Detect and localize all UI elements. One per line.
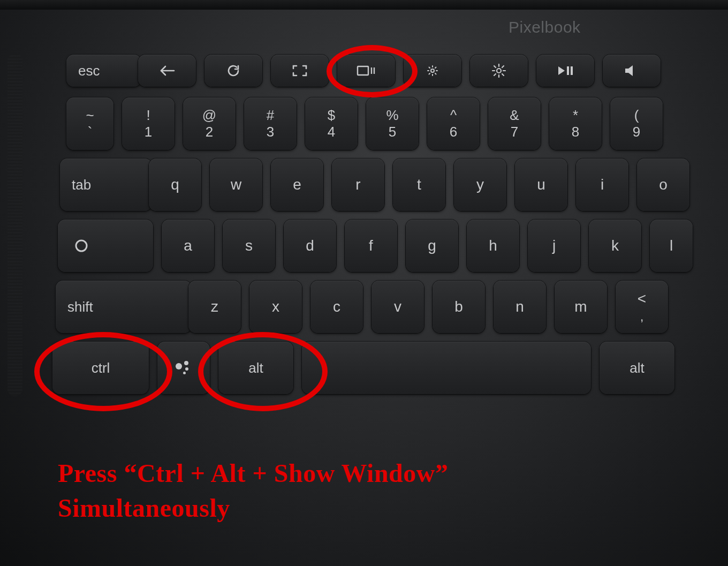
key-k[interactable]: k [589,220,641,272]
key-brightness-down[interactable] [404,55,461,87]
key-search[interactable] [58,220,153,272]
key-label: g [428,237,436,254]
key-label: a [184,237,192,254]
back-icon [159,64,175,77]
svg-rect-22 [567,66,569,75]
key-alt-right[interactable]: alt [600,342,674,394]
svg-line-18 [502,74,504,76]
key-assistant[interactable] [157,342,210,394]
key-label: f [369,237,373,254]
key-top: ! [146,108,150,123]
brightness-up-icon [492,64,506,78]
key-bot: 1 [145,125,152,139]
key-mute[interactable] [603,55,661,87]
play-pause-icon [557,65,573,76]
key-backtick[interactable]: ~ ` [66,97,113,150]
key-label: d [306,237,314,254]
svg-line-10 [435,67,436,69]
key-u[interactable]: u [515,159,567,211]
key-label: z [211,298,218,315]
key-1[interactable]: ! 1 [122,97,175,150]
key-2[interactable]: @ 2 [183,97,236,150]
mute-icon [624,64,639,77]
key-alt-left[interactable]: alt [218,342,293,394]
key-a[interactable]: a [162,220,214,272]
key-e[interactable]: e [271,159,323,211]
key-refresh[interactable] [204,55,262,87]
key-label: t [417,176,421,193]
key-label: j [552,237,556,254]
key-7[interactable]: & 7 [488,97,541,150]
key-label: n [515,298,524,315]
key-top: ^ [450,108,457,123]
key-fullscreen[interactable] [271,55,329,87]
key-w[interactable]: w [210,159,262,211]
key-c[interactable]: c [310,281,363,333]
key-label: h [489,237,497,254]
key-g[interactable]: g [406,220,458,272]
key-d[interactable]: d [284,220,336,272]
key-j[interactable]: j [528,220,580,272]
key-t[interactable]: t [393,159,445,211]
key-y[interactable]: y [454,159,506,211]
key-tab[interactable]: tab [60,159,152,211]
key-label: i [601,176,604,193]
key-show-windows[interactable] [337,55,395,87]
key-label: l [670,237,673,254]
fullscreen-icon [292,65,307,77]
key-9[interactable]: ( 9 [610,97,663,150]
key-h[interactable]: h [467,220,519,272]
brand-label: Pixelbook [509,18,581,36]
key-back[interactable] [138,55,196,87]
key-tab-label: tab [72,177,91,193]
key-x[interactable]: x [249,281,302,333]
key-s[interactable]: s [223,220,275,272]
key-ctrl[interactable]: ctrl [52,342,149,394]
key-ctrl-label: ctrl [92,360,110,376]
key-bot: ` [88,125,93,139]
key-b[interactable]: b [433,281,485,333]
key-5[interactable]: % 5 [366,97,419,150]
key-o[interactable]: o [637,159,689,211]
key-3[interactable]: # 3 [244,97,297,150]
annotation-line2: Simultaneously [58,491,448,526]
key-label: v [394,298,401,315]
key-l[interactable]: l [650,220,693,272]
key-6[interactable]: ^ 6 [427,97,480,150]
key-label: y [476,176,484,193]
key-label: u [537,176,545,193]
key-space[interactable] [302,342,591,394]
key-label: k [611,237,619,254]
key-label: b [454,298,463,315]
search-key-icon [74,239,88,253]
key-f[interactable]: f [345,220,397,272]
key-esc[interactable]: esc [66,55,141,87]
key-v[interactable]: v [371,281,424,333]
annotation-line1: Press “Ctrl + Alt + Show Window” [58,456,448,491]
key-label: e [293,176,301,193]
key-play-pause[interactable] [536,55,594,87]
key-m[interactable]: m [555,281,607,333]
svg-line-19 [502,66,504,67]
key-bot: 5 [389,125,396,139]
key-bot: 3 [267,125,274,139]
key-top: ( [634,108,639,123]
key-8[interactable]: * 8 [549,97,602,150]
svg-rect-23 [571,66,573,75]
key-bot: 4 [328,125,335,139]
key-i[interactable]: i [576,159,628,211]
key-n[interactable]: n [494,281,546,333]
assistant-icon [176,360,192,376]
key-comma[interactable]: < , [616,281,668,333]
key-z[interactable]: z [188,281,241,333]
key-top: $ [328,108,335,123]
key-shift[interactable]: shift [56,281,192,333]
screen-hinge [0,0,728,10]
key-r[interactable]: r [332,159,384,211]
key-top: @ [202,108,216,123]
refresh-icon [226,64,240,78]
svg-line-17 [494,66,496,67]
key-4[interactable]: $ 4 [305,97,358,150]
key-q[interactable]: q [149,159,201,211]
key-brightness-up[interactable] [470,55,528,87]
